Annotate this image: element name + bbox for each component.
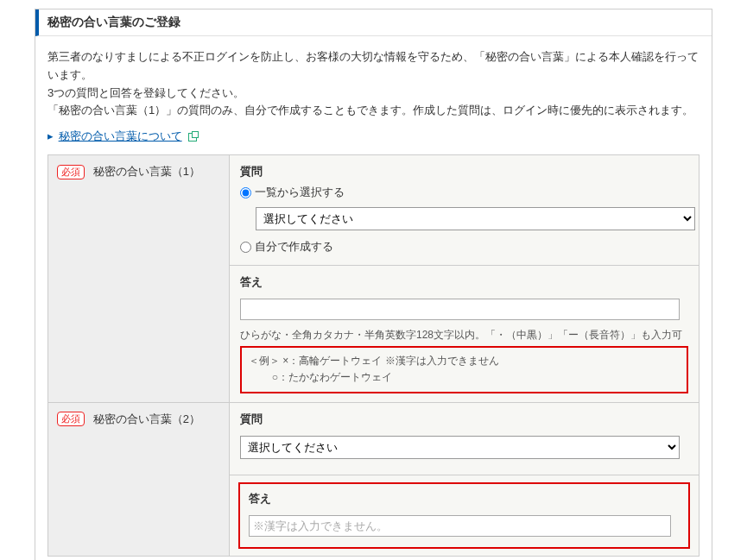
row1-answer-input[interactable] xyxy=(240,299,680,320)
row2-label: 秘密の合い言葉（2） xyxy=(93,412,200,425)
row2-question-label: 質問 xyxy=(240,412,688,427)
example-line-1: ＜例＞ ×：高輪ゲートウェイ ※漢字は入力できません xyxy=(249,353,680,369)
radio-select-from-list[interactable] xyxy=(240,187,251,198)
intro-line-2: 3つの質問と回答を登録してください。 xyxy=(47,85,700,103)
intro-block: 第三者のなりすましによる不正ログインを防止し、お客様の大切な情報を守るため、「秘… xyxy=(35,36,712,129)
row1-label-cell: 必須 秘密の合い言葉（1） xyxy=(48,155,230,402)
row2-question-select[interactable]: 選択してください xyxy=(240,436,680,459)
row1-answer-block: 答え ひらがな・全角カタカナ・半角英数字128文字以内。「・（中黒）」「ー（長音… xyxy=(230,265,699,401)
external-link-icon xyxy=(188,133,197,142)
row2-input-cell: 質問 選択してください 答え xyxy=(230,402,700,556)
secret-words-table: 必須 秘密の合い言葉（1） 質問 一覧から選択する 選択してください 自分で作成… xyxy=(47,154,700,556)
row1-answer-label: 答え xyxy=(240,274,688,290)
table-row: 必須 秘密の合い言葉（2） 質問 選択してください 答え xyxy=(48,402,700,556)
required-badge: 必須 xyxy=(57,412,85,426)
row1-example-box: ＜例＞ ×：高輪ゲートウェイ ※漢字は入力できません ○：たかなわゲートウェイ xyxy=(240,346,688,393)
row1-note: ひらがな・全角カタカナ・半角英数字128文字以内。「・（中黒）」「ー（長音符）」… xyxy=(240,327,688,343)
radio-select-label[interactable]: 一覧から選択する xyxy=(255,185,345,200)
intro-line-3: 「秘密の合い言葉（1）」の質問のみ、自分で作成することもできます。作成した質問は… xyxy=(47,102,700,120)
triangle-icon: ▸ xyxy=(47,129,54,142)
row1-question-label: 質問 xyxy=(240,164,688,179)
table-row: 必須 秘密の合い言葉（1） 質問 一覧から選択する 選択してください 自分で作成… xyxy=(48,155,700,402)
required-badge: 必須 xyxy=(57,165,85,179)
row1-question-select[interactable]: 選択してください xyxy=(256,207,695,230)
section-header: 秘密の合い言葉のご登録 xyxy=(35,9,712,36)
row2-answer-block: 答え xyxy=(230,475,699,556)
row2-label-cell: 必須 秘密の合い言葉（2） xyxy=(48,402,230,556)
radio-custom-label[interactable]: 自分で作成する xyxy=(255,239,333,255)
row2-answer-label: 答え xyxy=(249,491,680,507)
form-container: 秘密の合い言葉のご登録 第三者のなりすましによる不正ログインを防止し、お客様の大… xyxy=(35,9,712,560)
section-title: 秘密の合い言葉のご登録 xyxy=(47,15,180,28)
row1-label: 秘密の合い言葉（1） xyxy=(93,165,200,178)
intro-line-1: 第三者のなりすましによる不正ログインを防止し、お客様の大切な情報を守るため、「秘… xyxy=(47,48,700,85)
radio-create-own[interactable] xyxy=(240,242,251,253)
radio-select-row: 一覧から選択する xyxy=(240,185,688,200)
row2-answer-input[interactable] xyxy=(249,515,671,537)
row2-answer-highlight: 答え xyxy=(238,482,690,549)
about-secret-words-link[interactable]: 秘密の合い言葉について xyxy=(59,129,182,142)
row1-input-cell: 質問 一覧から選択する 選択してください 自分で作成する 答え ひらがな・全角カ… xyxy=(230,155,700,402)
help-link-row: ▸ 秘密の合い言葉について xyxy=(35,129,712,154)
radio-custom-row: 自分で作成する xyxy=(240,239,688,255)
example-line-2: ○：たかなわゲートウェイ xyxy=(249,369,680,386)
